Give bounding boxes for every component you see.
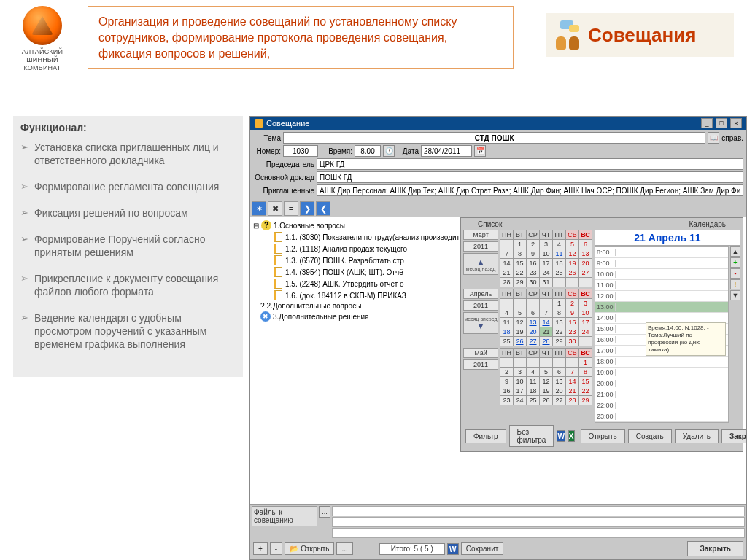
close2-button[interactable]: Закрыть [687, 541, 743, 556]
tree-leaf[interactable]: 1.5. (2248) АШК. Утвердить отчет о [285, 280, 404, 288]
tree-leaf[interactable]: 1.3. (6570) ПОШК. Разработать стр [285, 257, 404, 265]
doc-icon [274, 232, 282, 242]
time-label: Время: [320, 147, 352, 155]
toolbar-btn-2[interactable]: ✖ [268, 201, 282, 216]
tree-node[interactable]: 2.Дополнительные вопросы [267, 302, 362, 310]
filter-button[interactable]: Фильтр [465, 429, 506, 443]
func-item: Установка списка приглашенных лиц и отве… [34, 141, 236, 167]
func-item: Ведение календаря с удобным просмотром п… [34, 311, 236, 351]
remove-button[interactable]: - [730, 268, 740, 279]
time-picker-button[interactable]: 🕐 [383, 145, 395, 157]
invited-label: Приглашенные [253, 187, 314, 195]
meeting-form: Тема 📖 справ. Номер: Время: 🕐 Дата 📅 Пре… [250, 130, 746, 200]
scroll-down-button[interactable]: ▼ [730, 290, 740, 300]
year-label[interactable]: 2011 [463, 300, 498, 311]
calendar-march[interactable]: ПНВТСРЧТПТСБВС12345678910111213141516171… [500, 230, 592, 287]
window-title: Совещание [266, 119, 309, 128]
tree-leaf[interactable]: 1.6. (док. 184112 в СКП-М) ПРИКАЗ [285, 292, 406, 300]
file-slot[interactable] [332, 517, 745, 527]
file-slot[interactable] [332, 528, 745, 538]
tree-leaf[interactable]: 1.2. (1118) Анализ продаж текущего [285, 245, 407, 253]
doc-icon [274, 279, 282, 289]
word-icon[interactable]: W [557, 430, 565, 442]
func-item: Формирование Поручений согласно принятым… [34, 233, 236, 259]
time-field[interactable] [355, 145, 381, 157]
calendar-popup: Список Календарь Март 2011 ▲месяц назад … [460, 217, 743, 452]
calendar-april[interactable]: ПНВТСРЧТПТСБВС12345678910111213141516171… [500, 289, 592, 346]
tree-node[interactable]: 1.Основные вопросы [274, 222, 345, 230]
functionality-panel: Функционал: ➢Установка списка приглашенн… [13, 116, 243, 377]
chairman-field[interactable] [317, 158, 743, 170]
func-item: Прикрепление к документу совещания файло… [34, 272, 236, 298]
func-item: Фиксация решений по вопросам [34, 206, 188, 219]
description-box: Организация и проведение совещаний по ус… [88, 6, 514, 69]
year-label[interactable]: 2011 [463, 241, 498, 252]
window-titlebar[interactable]: Совещание _ □ × [250, 117, 746, 130]
chairman-label: Председатель [253, 160, 314, 168]
toolbar-btn-5[interactable]: ❮ [316, 201, 330, 216]
minus-button[interactable]: - [270, 542, 282, 555]
no-filter-button[interactable]: Без фильтра [509, 425, 554, 447]
doc-icon [274, 290, 282, 300]
func-item: Формирование регламента совещания [34, 180, 219, 193]
scroll-up-button[interactable]: ▲ [730, 246, 740, 257]
month-back-button[interactable]: ▲месяц назад [463, 253, 498, 275]
meeting-window: Совещание _ □ × Тема 📖 справ. Номер: Вре… [249, 116, 747, 560]
dots2-button[interactable]: ... [336, 542, 352, 555]
file-slot[interactable] [332, 506, 745, 516]
toolbar-btn-4[interactable]: ❯ [300, 201, 314, 216]
open-button[interactable]: Открыть [581, 429, 625, 443]
save-button[interactable]: Сохранит [461, 542, 503, 555]
files-dots-button[interactable]: ... [319, 506, 330, 518]
list-heading: Список [478, 220, 502, 228]
total-field: Итого: 5 ( 5 ) [379, 543, 445, 555]
maximize-button[interactable]: □ [716, 118, 727, 128]
meetings-icon [553, 20, 582, 50]
main-report-field[interactable] [317, 171, 743, 183]
section-title-box: Совещания [546, 13, 734, 57]
open2-button[interactable]: 📂Открыть [285, 542, 334, 555]
selected-day-title: 21 Апрель 11 [595, 230, 740, 246]
functionality-list: ➢Установка списка приглашенных лиц и отв… [20, 141, 236, 351]
close-button[interactable]: Закрыть [721, 429, 746, 443]
add-button[interactable]: + [730, 257, 740, 268]
doc-icon [274, 267, 282, 277]
logo-line2: ШИННЫЙ [13, 56, 71, 64]
month-label[interactable]: Апрель [463, 289, 498, 299]
functionality-heading: Функционал: [20, 122, 236, 133]
calendar-may[interactable]: ПНВТСРЧТПТСБВС12345678910111213141516171… [500, 348, 592, 405]
section-title: Совещания [588, 24, 696, 47]
minimize-button[interactable]: _ [701, 118, 713, 128]
event-tooltip: Время:14.00, N:1028, - Тема:Лучший по пр… [646, 322, 726, 356]
main-report-label: Основной доклад [253, 174, 314, 182]
date-field[interactable] [421, 145, 472, 157]
window-footer: Файлы к совещанию ... + - 📂Открыть ... И… [250, 504, 746, 559]
app-icon [255, 119, 263, 128]
month-forward-button[interactable]: месяц вперед▼ [463, 312, 498, 334]
subject-field[interactable] [283, 132, 705, 144]
logo-line3: КОМБИНАТ [13, 64, 71, 72]
excel-icon[interactable]: X [568, 430, 575, 442]
delete-button[interactable]: Удалить [675, 429, 719, 443]
month-label[interactable]: Май [463, 348, 498, 358]
toolbar-btn-3[interactable]: = [284, 201, 298, 216]
tree-toolbar: ✶ ✖ = ❯ ❮ [250, 200, 746, 217]
doc-icon [274, 244, 282, 254]
close-button[interactable]: × [730, 118, 742, 128]
date-label: Дата [397, 147, 419, 155]
plus-button[interactable]: + [253, 542, 268, 555]
invited-field[interactable] [317, 184, 743, 196]
help-button[interactable]: 📖 [708, 132, 719, 144]
toolbar-btn-1[interactable]: ✶ [252, 201, 266, 216]
tree-leaf[interactable]: 1.4. (3954) ПОШК (АШК; ШТ). Отчё [285, 268, 403, 276]
year-label[interactable]: 2011 [463, 359, 498, 370]
action-button[interactable]: ! [730, 279, 740, 289]
number-field[interactable] [283, 145, 318, 157]
word-icon-2[interactable]: W [447, 543, 459, 555]
subject-label: Тема [253, 134, 281, 142]
tree-node[interactable]: 3.Дополнительные решения [273, 313, 369, 321]
create-button[interactable]: Создать [628, 429, 672, 443]
company-logo: АЛТАЙСКИЙ ШИННЫЙ КОМБИНАТ [13, 6, 71, 72]
month-label[interactable]: Март [463, 230, 498, 240]
date-picker-button[interactable]: 📅 [474, 145, 486, 157]
